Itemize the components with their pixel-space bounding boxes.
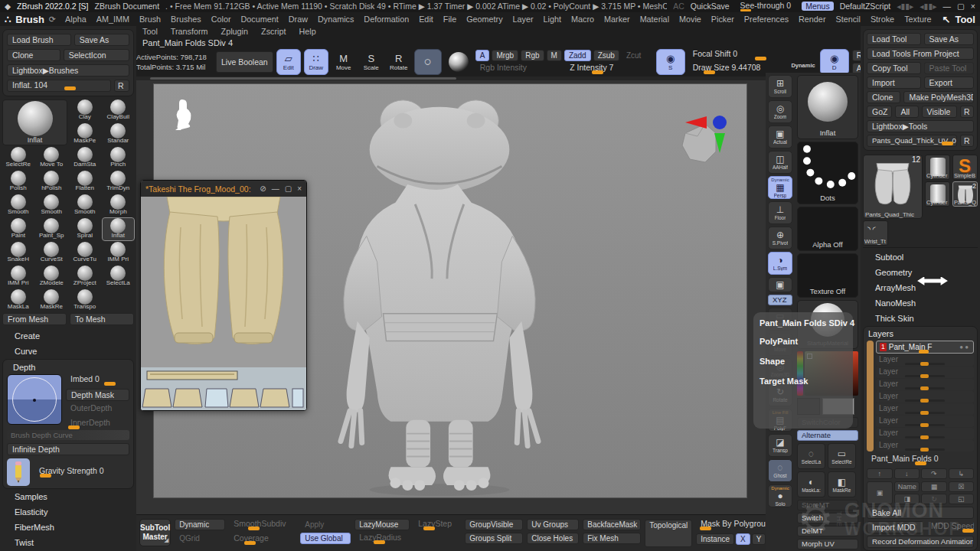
layer-redo-button[interactable]: ↷	[921, 468, 947, 479]
brush-depth-curve[interactable]: Brush Depth Curve	[7, 430, 129, 440]
palette-section[interactable]: FiberMesh	[2, 520, 134, 535]
brush-tile[interactable]: Smooth	[36, 194, 68, 217]
backface-mask-button[interactable]: BackfaceMask	[583, 519, 641, 530]
edit-button[interactable]: ▱ Edit	[276, 49, 301, 75]
brush-tile[interactable]: Clay	[69, 99, 101, 122]
minimize-icon[interactable]: —	[272, 184, 279, 193]
new-layer-button[interactable]: ▣	[867, 481, 893, 504]
menu-item[interactable]: Stencil	[831, 13, 864, 25]
visible-button[interactable]: Visible	[922, 106, 957, 118]
current-tool-slider[interactable]: Pants_Quad_Thick_UV_003.	[867, 135, 957, 147]
make-polymesh3d-button[interactable]: Make PolyMesh3D	[903, 91, 974, 103]
brush-tile[interactable]: CurveSt	[36, 242, 68, 264]
reference-window[interactable]: *Takeshi The Frog_Mood_00: ⊘ — ▢ ×	[140, 180, 307, 411]
view-button[interactable]: ◫AAHalf	[768, 151, 792, 174]
replay-last-button[interactable]: ReplayLast	[852, 50, 861, 61]
mdd-speed-slider[interactable]: MDD Speed	[926, 521, 974, 533]
menu-item[interactable]: Deformation	[359, 13, 413, 25]
window-minimize-icon[interactable]: —	[942, 2, 951, 11]
lazy-step-slider[interactable]: LazyStep	[413, 519, 461, 531]
menus-toggle[interactable]: Menus	[802, 2, 834, 11]
del-mt-button[interactable]: DelMT	[797, 526, 858, 536]
brush-tile[interactable]: Paint_Sp	[36, 218, 68, 240]
save-as-button[interactable]: Save As	[74, 34, 129, 46]
dynamic-label[interactable]: Dynamic	[791, 62, 815, 69]
draw-button[interactable]: ∷ Draw	[304, 49, 328, 75]
layer-row[interactable]: Layer	[876, 428, 974, 439]
palette-section[interactable]: Samples	[2, 489, 134, 504]
menu-item[interactable]: Color	[207, 13, 236, 25]
brush-tile[interactable]: Smooth	[2, 194, 34, 217]
import-mdd-button[interactable]: Import MDD	[867, 521, 923, 533]
all-button[interactable]: All	[895, 106, 918, 118]
imbed-slider[interactable]: Imbed 0	[66, 374, 129, 386]
view-button[interactable]: ◑L.Sym	[768, 252, 792, 275]
brush-tile[interactable]: Flatten	[69, 171, 101, 193]
menu-item[interactable]: Edit	[414, 13, 438, 25]
copy-tool-button[interactable]: Copy Tool	[867, 62, 921, 74]
layer-toggle-dots[interactable]: ●●	[959, 344, 970, 350]
view-button[interactable]: Dynamic●Solo	[768, 484, 792, 507]
brush-tile[interactable]: Standar	[103, 123, 135, 145]
brush-quick-preview[interactable]: Inflat	[797, 75, 858, 139]
layer-row[interactable]: Layer	[876, 367, 974, 378]
goz-r-button[interactable]: R	[960, 106, 974, 118]
qgrid-button[interactable]: QGrid	[175, 533, 225, 544]
live-boolean-button[interactable]: Live Boolean	[216, 51, 273, 73]
menu-item[interactable]: Dynamics	[313, 13, 358, 25]
menu-item[interactable]: Picker	[707, 13, 739, 25]
stroke-curve-button[interactable]: ◉S	[656, 49, 685, 75]
quick-brush[interactable]: ◌SelectLa	[797, 443, 825, 469]
brush-tile[interactable]: SelectRe	[2, 147, 34, 169]
menu-item[interactable]: Marker	[599, 13, 635, 25]
depth-stamp-button[interactable]: ◉D	[820, 49, 849, 75]
subtool-thumb-cylinder1[interactable]: Cylinder	[925, 155, 950, 180]
default-zscript-button[interactable]: DefaultZScript	[840, 2, 891, 11]
bake-all-button[interactable]: Bake All	[867, 507, 974, 519]
from-mesh-button[interactable]: From Mesh	[2, 313, 67, 325]
depth-preview[interactable]	[7, 374, 62, 425]
brush-tile[interactable]: Polish	[2, 171, 34, 193]
view-button[interactable]: ⊕S.Pivot	[768, 227, 792, 249]
record-deformation-button[interactable]: Record Deformation Animation	[867, 536, 974, 548]
layer-row[interactable]: Layer	[876, 379, 974, 390]
depth-section-header[interactable]: Depth	[7, 362, 129, 374]
outer-depth-slider[interactable]: OuterDepth	[66, 403, 129, 416]
local-transform-lock-button[interactable]: ▣	[768, 277, 792, 292]
alpha-picker-button[interactable]	[445, 49, 472, 75]
menu-item[interactable]: Zscript	[255, 26, 292, 38]
apply-button[interactable]: Apply	[300, 519, 351, 530]
brush-tile[interactable]: MaskRe	[36, 289, 68, 311]
current-brush-preview[interactable]: Inflat	[2, 99, 67, 145]
depth-mask-button[interactable]: Depth Mask	[66, 389, 129, 401]
texture-off-tile[interactable]: Texture Off	[797, 253, 858, 298]
view-button[interactable]: ◪Transp	[768, 434, 792, 457]
view-button[interactable]: ⊞Scroll	[768, 75, 792, 98]
view-button[interactable]: ◎Zoom	[768, 100, 792, 123]
gravity-strength-slider[interactable]: Gravity Strength 0	[34, 466, 129, 478]
menu-item[interactable]: Texture	[900, 13, 936, 25]
menu-item[interactable]: AM_IMM	[92, 13, 134, 25]
zsub-toggle[interactable]: Zsub	[593, 50, 619, 61]
delete-layer-button[interactable]: ☒	[949, 481, 974, 492]
quick-brush[interactable]: ▭SelectRe	[828, 443, 856, 469]
load-tool-button[interactable]: Load Tool	[867, 33, 921, 45]
layer-row[interactable]: Layer	[876, 354, 974, 366]
invert-layer-button[interactable]: ↻	[921, 494, 946, 504]
menu-item[interactable]: Zplugin	[215, 26, 254, 38]
subtool-thumb-simplebrush[interactable]: S SimpleB	[952, 155, 978, 180]
brush-tile[interactable]: hPolish	[36, 171, 68, 193]
use-global-button[interactable]: Use Global	[300, 533, 351, 544]
menu-item[interactable]: Alpha	[60, 13, 91, 25]
brush-tile[interactable]: DamSta	[69, 147, 101, 169]
x-axis-button[interactable]: X	[736, 533, 750, 545]
view-button[interactable]: ◌Ghost	[768, 459, 792, 482]
smooth-subdiv-slider[interactable]: SmoothSubdiv	[229, 519, 296, 531]
quick-brush[interactable]: ◧MaskRe	[828, 471, 856, 497]
model-silhouette-icon[interactable]	[172, 98, 195, 133]
close-icon[interactable]: ×	[297, 184, 302, 193]
dynamic-button[interactable]: Dynamic	[175, 519, 225, 530]
lazy-radius-slider[interactable]: LazyRadius	[354, 533, 410, 545]
menu-item[interactable]: Geometry	[462, 13, 507, 25]
window-restore-icon[interactable]: ▢	[957, 2, 965, 11]
